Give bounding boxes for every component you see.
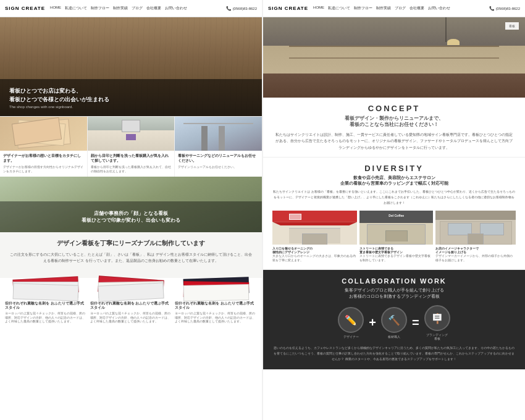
plus-symbol: + [369, 316, 376, 330]
col-img-1 [0, 117, 87, 151]
col-text-3: 看板やサーニングなどのリニューアルもお任せください。 デザインリニューアルもお任… [175, 151, 262, 172]
equals-symbol: = [412, 316, 419, 330]
collab-title: COLLABORATION WORK [272, 277, 516, 285]
concept-box: CONCEPT 看板デザイン・製作からリニューアルまで、看板のことなら当社にお任… [263, 98, 525, 158]
diversity-images: 入り口を魅せるオーニングの個性的にデザインアレンジ 大きな入り口からのオーニング… [272, 211, 516, 263]
diversity-title: DIVERSITY [272, 164, 516, 173]
diversity-item-desc-1: 大きな入り口からのオーニングの大きさは、印象力のある内装を丁寧に変えます。 [272, 254, 357, 263]
style-card-title-2: 但什それぞれ素敵な名刺を おふたりで選ぶ手式スタイル [90, 301, 172, 311]
nav-contact[interactable]: お問い合わせ [165, 6, 187, 11]
col-text-1: デザイナーがお客様の想いと目標をカタチにします。 デザイナーがお客様の目指す方向… [0, 151, 87, 177]
collab-designer: ✏️ デザイナー [338, 307, 364, 338]
col-title-1: デザイナーがお客様の想いと目標をカタチにします。 [3, 153, 84, 164]
rnav-home[interactable]: HOME [313, 6, 324, 11]
right-nav: HOME 私達について 制作フロー 制作実績 ブログ 会社概要 お問い合わせ [313, 6, 489, 11]
collaboration-section: COLLABORATION WORK 集客デザインのプロと職人が手を組んで創り上… [263, 270, 525, 370]
col-text-2: 顔から目印と判断を洗った看板購入が気を入れて探しています。 看板から目印と判断を… [88, 151, 175, 177]
diversity-item-desc-3: デザインマーカーイメージから、外部の様子から外側の様子をお届けします。 [435, 254, 516, 263]
style-cards: 但什それぞれ素敵な名刺を おふたりで選ぶ手式スタイル ヨーロッパの上質な花々チェ… [0, 278, 262, 330]
col-desc-3: デザインリニューアルもお任せください。 [178, 165, 259, 170]
diversity-text-2: ストリートに表情できる置き看板や壁文字看板デザイン ストリートに表情できるデザイ… [359, 246, 433, 263]
right-phone: 📞 (0568)83-8622 [489, 6, 520, 11]
rnav-company[interactable]: 会社概要 [410, 6, 424, 11]
branding-label: ブランディング看板 [426, 333, 448, 340]
collab-icons: ✏️ デザイナー + 🔨 板材職人 = 🪧 ブランディング看板 [272, 305, 516, 340]
diversity-desc: 私たちサインクリエイトは お客様の「看板」を最善にする強いといえます。ここにこれ… [272, 189, 516, 206]
diversity-item-3: お店のイメージキャラクターでイメージを創り上げる デザインマーカーイメージから、… [435, 211, 516, 263]
style-card-title-3: 但什それぞれ素敵な名刺を おふたりで選ぶ手式スタイル [175, 301, 257, 311]
designer-icon: ✏️ [345, 314, 357, 326]
col-desc-2: 看板から目印と判断を洗った看板購入が気を入れて、自社の独自性をお伝えします。 [91, 165, 172, 174]
collab-subtitle: 集客デザインのプロと職人が手を組んで創り上げるお客様のコロロを刺激するブランディ… [272, 287, 516, 300]
col-img-2 [88, 117, 175, 151]
col-item-3: 看板やサーニングなどのリニューアルもお任せください。 デザインリニューアルもお任… [175, 117, 262, 177]
rnav-contact[interactable]: お問い合わせ [428, 6, 450, 11]
col-title-3: 看板やサーニングなどのリニューアルもお任せください。 [178, 153, 259, 164]
concept-tag: 看板 [505, 22, 519, 30]
nav-flow[interactable]: 制作フロー [91, 6, 109, 11]
right-panel: SIGN CREATE HOME 私達について 制作フロー 制作実績 ブログ 会… [263, 0, 525, 420]
col-img-3 [175, 117, 262, 151]
rnav-about[interactable]: 私達について [328, 6, 350, 11]
hero-title-ja: 看板ひとつでお店は変わる、 看板ひとつで各様との出会いが生まれる [9, 86, 253, 104]
nav-home[interactable]: HOME [50, 6, 61, 11]
room-ceiling [263, 17, 525, 46]
diversity-item-title-3: お店のイメージキャラクターでイメージを創り上げる [435, 246, 516, 254]
style-card-3: 但什それぞれ素敵な名刺を おふたりで選ぶ手式スタイル ヨーロッパの上質な花々チェ… [175, 278, 257, 325]
style-card-img-1 [5, 278, 87, 301]
concept-subtitle: 看板デザイン・製作からリニューアルまで、看板のことなら当社にお任せください！ [275, 116, 513, 128]
hero-text-bar: 看板ひとつでお店は変わる、 看板ひとつで各様との出会いが生まれる The sho… [0, 79, 262, 116]
sign-section-heading: デザイン看板を丁寧にリーズナブルに制作しています [9, 238, 253, 248]
nav-blog[interactable]: ブログ [132, 6, 143, 11]
col-title-2: 顔から目印と判断を洗った看板購入が気を入れて探しています。 [91, 153, 172, 164]
concept-title: CONCEPT [275, 104, 513, 113]
rnav-works[interactable]: 制作実績 [376, 6, 391, 11]
style-card-1: 但什それぞれ素敵な名刺を おふたりで選ぶ手式スタイル ヨーロッパの上質な花々チェ… [5, 278, 87, 325]
col-item-1: デザイナーがお客様の想いと目標をカタチにします。 デザイナーがお客様の目指す方向… [0, 117, 88, 177]
concept-image: 看板 [263, 17, 525, 98]
style-card-img-3 [175, 278, 257, 301]
collab-branding: 🪧 ブランディング看板 [424, 305, 450, 340]
rnav-flow[interactable]: 制作フロー [354, 6, 372, 11]
diversity-item-1: 入り口を魅せるオーニングの個性的にデザインアレンジ 大きな入り口からのオーニング… [272, 211, 357, 263]
branding-circle: 🪧 [424, 305, 450, 331]
collab-desc: 思いのものを伝えるようち、カフェやレストランなど多くから積極的なデザインキャリア… [272, 345, 516, 362]
left-header: SIGN CREATE HOME 私達について 制作フロー 制作実績 ブログ 会… [0, 0, 262, 17]
hero-title-en: The shop changes with one signboard. [9, 105, 253, 109]
craftsman-circle: 🔨 [381, 307, 407, 333]
style-card-title-1: 但什それぞれ素敵な名刺を おふたりで選ぶ手式スタイル [5, 301, 87, 311]
col-item-2: 顔から目印と判断を洗った看板購入が気を入れて探しています。 看板から目印と判断を… [88, 117, 175, 177]
nav-about[interactable]: 私達について [65, 6, 87, 11]
nav-company[interactable]: 会社概要 [146, 6, 161, 11]
diversity-section: DIVERSITY 飲食や店小売店、美容院からエステサロン企業の看板から営業車の… [263, 158, 525, 270]
room-counter [263, 74, 525, 98]
right-header: SIGN CREATE HOME 私達について 制作フロー 制作実績 ブログ 会… [263, 0, 525, 17]
sign-section-desc: この注文を形にするのに大切にしていること、たとえば「顔」、さいは「看板」、私は … [9, 252, 253, 264]
sign-section-title: 店舗や事務所の「顔」となる看板 看板ひとつで印象が変わり、出会いも変わる [9, 210, 253, 224]
left-phone: 📞 (0568)83-8622 [226, 6, 257, 11]
diversity-item-title-2: ストリートに表情できる置き看板や壁文字看板デザイン [359, 246, 433, 254]
nav-works[interactable]: 制作実績 [113, 6, 128, 11]
designer-label: デザイナー [343, 335, 359, 338]
craftsman-label: 板材職人 [388, 335, 400, 338]
diversity-text-3: お店のイメージキャラクターでイメージを創り上げる デザインマーカーイメージから、… [435, 246, 516, 263]
style-card-desc-1: ヨーロッパの上質な花々チェックか、何百もの花様、所の場所、対応デザインの方針、他… [5, 312, 87, 324]
diversity-subtitle: 飲食や店小売店、美容院からエステサロン企業の看板から営業車のラッピングまで幅広く… [272, 175, 516, 187]
style-card-desc-2: ヨーロッパの上質な花々チェックか、何百もの花様、所の場所、対応デザインの方針、他… [90, 312, 172, 324]
diversity-img-2: Del Coffee [359, 211, 433, 245]
left-panel: SIGN CREATE HOME 私達について 制作フロー 制作実績 ブログ 会… [0, 0, 262, 420]
diversity-item-desc-2: ストリートに表情できるデザイン看板や壁文字看板を制作しています。 [359, 254, 433, 263]
left-logo: SIGN CREATE [5, 6, 45, 11]
diversity-img-1 [272, 211, 357, 245]
rnav-blog[interactable]: ブログ [395, 6, 406, 11]
diversity-img-3 [435, 211, 516, 245]
concept-desc: 私たちはサインクリエイトは設計、制作、施工、一貫サービスに責任者している愛知県の… [275, 132, 513, 151]
diversity-text-1: 入り口を魅せるオーニングの個性的にデザインアレンジ 大きな入り口からのオーニング… [272, 246, 357, 263]
craftsman-icon: 🔨 [388, 314, 400, 326]
style-card-2: 但什それぞれ素敵な名刺を おふたりで選ぶ手式スタイル ヨーロッパの上質な花々チェ… [90, 278, 172, 325]
diversity-item-title-1: 入り口を魅せるオーニングの個性的にデザインアレンジ [272, 246, 357, 254]
right-phone-icon: 📞 [489, 6, 495, 11]
style-card-desc-3: ヨーロッパの上質な花々チェックか、何百もの花様、所の場所、対応デザインの方針、他… [175, 312, 257, 324]
collab-craftsman: 🔨 板材職人 [381, 307, 407, 338]
phone-icon: 📞 [226, 6, 232, 11]
